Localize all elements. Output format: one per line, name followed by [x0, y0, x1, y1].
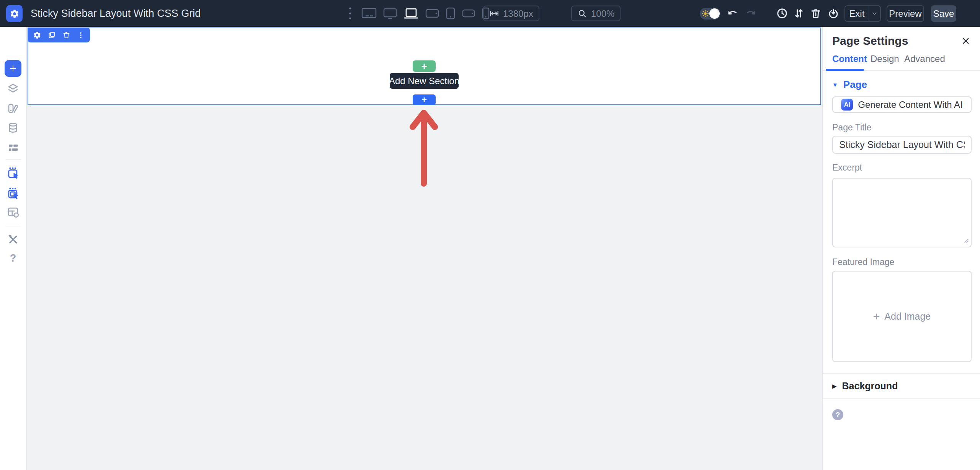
laptop-icon[interactable]	[403, 7, 419, 20]
excerpt-textarea[interactable]	[832, 178, 972, 247]
background-section-toggle[interactable]: ▶ Background	[832, 381, 898, 392]
width-arrows-icon	[489, 8, 499, 18]
resize-grip-icon[interactable]	[964, 238, 969, 245]
add-image-dropzone[interactable]: + Add Image	[832, 271, 972, 362]
preview-label: Preview	[889, 8, 921, 19]
close-icon[interactable]	[960, 35, 972, 47]
preview-button[interactable]: Preview	[887, 5, 924, 22]
plus-icon: +	[421, 61, 427, 71]
export-icon[interactable]	[827, 7, 840, 20]
trash-icon[interactable]	[809, 7, 822, 20]
tablet-portrait-icon[interactable]	[446, 7, 456, 20]
chevron-down-icon[interactable]	[869, 10, 880, 17]
width-value: 1380px	[503, 8, 533, 19]
sort-icon[interactable]	[792, 7, 805, 20]
canvas-width-input[interactable]: 1380px	[483, 6, 539, 21]
tab-design[interactable]: Design	[871, 54, 899, 64]
tooltip-label: Add New Section	[389, 76, 459, 86]
panel-title: Page Settings	[832, 34, 908, 47]
zoom-input[interactable]: 100%	[571, 6, 621, 21]
history-icon[interactable]	[776, 7, 789, 20]
excerpt-label: Excerpt	[832, 163, 862, 173]
panel-divider	[823, 398, 980, 399]
database-icon[interactable]	[7, 122, 19, 134]
select-wireframe-icon[interactable]	[6, 186, 20, 200]
page-section-label: Page	[843, 79, 867, 91]
section-toolbar	[28, 28, 90, 42]
responsive-device-switcher	[361, 7, 490, 20]
builder-settings-button[interactable]	[6, 5, 23, 22]
plus-icon: +	[873, 311, 880, 322]
ai-button-label: Generate Content With AI	[858, 99, 962, 110]
tab-advanced[interactable]: Advanced	[904, 54, 945, 64]
add-section-tooltip: Add New Section	[390, 73, 459, 89]
duplicate-icon[interactable]	[48, 31, 56, 39]
page-title-label: Page Title	[832, 122, 871, 133]
panel-help-icon[interactable]: ?	[832, 409, 843, 420]
sidebar-divider	[6, 159, 21, 160]
builder-app: Sticky Sidebar Layout With CSS Grid 1380…	[0, 0, 980, 470]
panel-divider	[823, 373, 980, 374]
undo-icon[interactable]	[726, 7, 739, 20]
save-label: Save	[933, 8, 954, 19]
save-button[interactable]: Save	[931, 5, 956, 22]
tab-content[interactable]: Content	[832, 54, 867, 64]
phone-landscape-icon[interactable]	[462, 9, 475, 18]
sidebar-divider	[6, 226, 21, 226]
plus-icon: +	[421, 95, 427, 104]
page-settings-panel: Page Settings Content Design Advanced ▼ …	[822, 27, 980, 470]
plus-icon	[8, 64, 18, 73]
gear-icon[interactable]	[33, 31, 41, 39]
exit-button[interactable]: Exit	[844, 5, 881, 22]
gear-icon	[10, 9, 20, 19]
layout-library-icon[interactable]	[7, 205, 20, 218]
generate-ai-button[interactable]: AI Generate Content With AI	[832, 96, 972, 113]
tools-icon[interactable]	[7, 233, 19, 246]
redo-icon[interactable]	[744, 7, 757, 20]
tablet-landscape-icon[interactable]	[425, 8, 439, 19]
ai-icon: AI	[841, 99, 853, 111]
structure-icon[interactable]	[7, 141, 19, 154]
add-section-button[interactable]: +	[413, 60, 436, 72]
document-title: Sticky Sidebar Layout With CSS Grid	[31, 0, 201, 27]
top-toolbar: Sticky Sidebar Layout With CSS Grid 1380…	[0, 0, 980, 27]
insert-section-button[interactable]: +	[413, 94, 436, 105]
background-section-label: Background	[842, 381, 898, 392]
caret-right-icon: ▶	[832, 383, 837, 389]
add-image-label: Add Image	[884, 311, 931, 322]
exit-label: Exit	[845, 8, 869, 19]
help-glyph: ?	[10, 252, 16, 264]
page-section-toggle[interactable]: ▼ Page	[832, 79, 867, 91]
help-icon[interactable]: ?	[10, 252, 16, 264]
featured-image-label: Featured Image	[832, 257, 894, 267]
active-tab-indicator	[826, 69, 864, 71]
help-glyph: ?	[836, 411, 840, 419]
editor-canvas: + Add New Section +	[27, 27, 822, 470]
caret-down-icon: ▼	[832, 82, 838, 88]
trash-icon[interactable]	[62, 31, 70, 39]
layers-icon[interactable]	[7, 82, 20, 95]
search-zoom-icon	[577, 8, 587, 18]
left-tool-sidebar: ?	[0, 27, 27, 470]
light-mode-toggle[interactable]	[700, 8, 720, 20]
kebab-menu-icon[interactable]	[77, 31, 85, 39]
zoom-value: 100%	[591, 8, 614, 19]
page-title-input[interactable]	[832, 136, 972, 154]
add-element-button[interactable]	[5, 60, 21, 77]
swatches-icon[interactable]	[7, 102, 20, 115]
desktop-icon[interactable]	[383, 7, 397, 20]
desktop-large-icon[interactable]	[361, 7, 377, 20]
toolbar-drag-handle-icon[interactable]	[349, 8, 351, 20]
sun-icon	[701, 10, 709, 19]
toggle-knob	[709, 8, 720, 19]
select-element-icon[interactable]	[6, 166, 20, 180]
